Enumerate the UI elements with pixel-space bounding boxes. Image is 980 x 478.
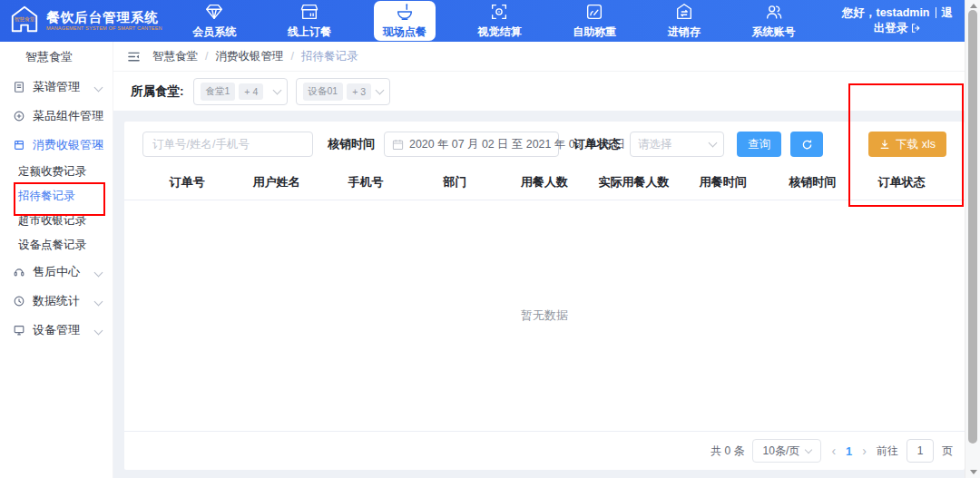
cashier-icon <box>13 139 25 151</box>
vision-scan-icon <box>489 2 509 22</box>
column-department: 部门 <box>410 174 499 190</box>
order-status-select[interactable]: 请选择 <box>630 132 724 157</box>
sidebar-item-label: 售后中心 <box>33 264 80 280</box>
pagination: 共 0 条 10条/页 ‹ 1 › 前往 页 <box>124 432 965 470</box>
nav-system-accounts[interactable]: 系统账号 <box>743 1 805 41</box>
storefront-icon <box>299 2 319 22</box>
refresh-button[interactable] <box>790 132 823 157</box>
chevron-down-icon <box>94 298 103 307</box>
records-card: 核销时间 2020 年 07 月 02 日 至 2021 年 08 月 28 日… <box>124 122 965 470</box>
scroll-up-arrow-icon[interactable] <box>970 4 977 8</box>
nav-label: 进销存 <box>668 24 701 40</box>
canteen-multiselect[interactable]: 食堂1 + 4 <box>193 78 288 105</box>
column-verify-time: 核销时间 <box>768 174 857 190</box>
nav-inventory[interactable]: 进销存 <box>659 1 710 41</box>
nav-vision-checkout[interactable]: 视觉结算 <box>468 1 530 41</box>
refresh-icon <box>801 139 813 151</box>
prev-page-button[interactable]: ‹ <box>829 444 838 458</box>
top-navigation: 会员系统 线上订餐 现场点餐 <box>167 0 821 42</box>
user-greeting: 您好，testadmin <box>842 6 930 19</box>
svg-text:智慧食堂: 智慧食堂 <box>15 16 35 23</box>
sidebar-item-label: 设备管理 <box>33 322 80 338</box>
sidebar-item-label: 数据统计 <box>33 293 80 309</box>
sidebar-item-fixed-fee-records[interactable]: 定额收费记录 <box>0 160 113 184</box>
chevron-down-icon <box>94 327 103 336</box>
chevron-down-icon <box>272 85 281 94</box>
menu-fold-icon[interactable] <box>127 50 141 63</box>
sidebar-item-cashier-management[interactable]: 消费收银管理 <box>0 131 113 160</box>
order-status-label: 订单状态 <box>573 136 621 152</box>
selected-tag: 食堂1 <box>201 83 236 101</box>
query-button[interactable]: 查询 <box>737 132 781 157</box>
device-icon <box>13 324 25 337</box>
goto-label: 前往 <box>877 444 898 459</box>
chevron-down-icon <box>94 268 103 278</box>
smart-canteen-logo-icon: 智慧食堂 <box>9 4 40 38</box>
sidebar-item-label: 消费收银管理 <box>33 137 103 153</box>
table-header-row: 订单号 用户姓名 手机号 部门 用餐人数 实际用餐人数 用餐时间 核销时间 订单… <box>124 165 965 200</box>
selected-tag: 设备01 <box>303 83 344 101</box>
user-info: 您好，testadmin退出登录 <box>838 5 957 36</box>
chevron-down-icon <box>375 85 384 94</box>
sidebar-item-supermarket-cashier-records[interactable]: 超市收银记录 <box>0 209 113 233</box>
current-page-number[interactable]: 1 <box>846 444 852 458</box>
page-size-value: 10条/页 <box>763 444 800 459</box>
sidebar-item-label: 菜谱管理 <box>33 79 80 95</box>
nav-label: 系统账号 <box>752 24 796 40</box>
column-order-status: 订单状态 <box>858 174 946 190</box>
next-page-button[interactable]: › <box>860 444 868 458</box>
page-unit-label: 页 <box>942 444 953 459</box>
brand-logo: 智慧食堂 餐饮后台管理系统 MANAGEMENT SYSTEM OF SMART… <box>9 4 162 38</box>
chevron-down-icon <box>94 83 103 93</box>
column-actual-diner-count: 实际用餐人数 <box>589 174 678 190</box>
sidebar-item-aftersales-center[interactable]: 售后中心 <box>0 258 113 287</box>
sidebar-item-dish-components[interactable]: 菜品组件管理 <box>0 102 113 131</box>
nav-onsite-ordering[interactable]: 现场点餐 <box>374 1 436 41</box>
column-dining-time: 用餐时间 <box>679 174 768 190</box>
breadcrumb-separator: / <box>205 50 208 63</box>
breadcrumb-separator: / <box>290 50 293 63</box>
breadcrumb-item[interactable]: 智慧食堂 <box>152 49 198 64</box>
vertical-scrollbar <box>965 0 980 478</box>
sidebar-item-device-management[interactable]: 设备管理 <box>0 316 113 345</box>
aftersales-icon <box>13 266 25 278</box>
nav-label: 线上订餐 <box>288 24 331 40</box>
sidebar-item-data-statistics[interactable]: 数据统计 <box>0 287 113 316</box>
breadcrumb-bar: 智慧食堂 / 消费收银管理 / 招待餐记录 <box>113 42 965 72</box>
more-count-tag: + 4 <box>239 83 263 100</box>
nav-label: 现场点餐 <box>383 24 426 40</box>
table-body: 暂无数据 <box>124 200 965 432</box>
app-subtitle: MANAGEMENT SYSTEM OF SMART CANTEEN <box>46 25 162 31</box>
sidebar-submenu-cashier: 定额收费记录 招待餐记录 超市收银记录 设备点餐记录 <box>0 160 113 258</box>
breadcrumb-item[interactable]: 消费收银管理 <box>215 49 283 64</box>
app-header: 智慧食堂 餐饮后台管理系统 MANAGEMENT SYSTEM OF SMART… <box>0 0 965 42</box>
dine-in-icon <box>395 2 415 22</box>
nav-label: 自助称重 <box>573 24 616 40</box>
breadcrumb-current: 招待餐记录 <box>301 49 358 64</box>
breadcrumb: 智慧食堂 / 消费收银管理 / 招待餐记录 <box>152 49 358 64</box>
nav-self-weighing[interactable]: 自助称重 <box>564 1 625 41</box>
scrollbar-thumb[interactable] <box>968 10 977 444</box>
nav-online-ordering[interactable]: 线上订餐 <box>279 1 340 41</box>
pagination-total: 共 0 条 <box>710 444 744 459</box>
chevron-down-icon <box>805 446 812 454</box>
calendar-icon <box>392 139 404 151</box>
nav-member-system[interactable]: 会员系统 <box>183 1 245 41</box>
download-icon <box>879 139 890 150</box>
sidebar-item-device-ordering-records[interactable]: 设备点餐记录 <box>0 233 113 258</box>
column-phone: 手机号 <box>321 174 410 190</box>
page-size-select[interactable]: 10条/页 <box>752 439 821 463</box>
scroll-down-arrow-icon[interactable] <box>970 470 977 474</box>
empty-state-text: 暂无数据 <box>521 307 568 324</box>
goto-page-input[interactable] <box>906 439 934 463</box>
sidebar-item-recipe-management[interactable]: 菜谱管理 <box>0 73 113 102</box>
device-multiselect[interactable]: 设备01 + 3 <box>296 78 390 105</box>
users-icon <box>764 2 784 22</box>
download-xls-button[interactable]: 下载 xls <box>868 132 946 157</box>
search-input[interactable] <box>142 132 313 157</box>
sidebar-item-reception-meal-records[interactable]: 招待餐记录 <box>0 184 113 209</box>
date-range-picker[interactable]: 2020 年 07 月 02 日 至 2021 年 08 月 28 日 <box>384 132 559 157</box>
main-content: 智慧食堂 / 消费收银管理 / 招待餐记录 所属食堂: 食堂1 + 4 设备01… <box>113 42 965 478</box>
download-label: 下载 xls <box>896 137 936 152</box>
divider <box>936 7 936 18</box>
